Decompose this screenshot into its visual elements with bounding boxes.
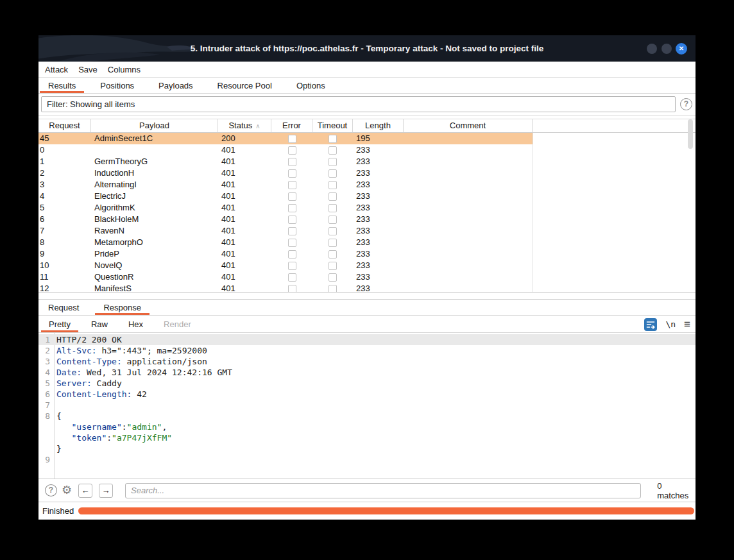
syntax-segment: Wed, 31 Jul 2024 12:42:16 GMT xyxy=(81,368,232,377)
line-number: 7 xyxy=(38,400,54,411)
timeout-checkbox[interactable] xyxy=(329,158,337,166)
panel-splitter[interactable] xyxy=(38,292,696,300)
column-header-payload[interactable]: Payload xyxy=(91,119,218,132)
table-row[interactable]: 5AlgorithmK401233 xyxy=(38,202,696,214)
error-checkbox[interactable] xyxy=(288,146,296,155)
cell-timeout xyxy=(312,225,353,237)
cell-timeout xyxy=(312,191,353,202)
cell-length: 233 xyxy=(353,260,404,271)
cell-length: 233 xyxy=(353,248,404,260)
tab-pretty[interactable]: Pretty xyxy=(41,316,78,332)
error-checkbox[interactable] xyxy=(288,239,296,247)
column-header-comment[interactable]: Comment xyxy=(404,119,533,132)
menu-item-columns[interactable]: Columns xyxy=(108,65,141,74)
error-checkbox[interactable] xyxy=(288,250,296,259)
tab-request[interactable]: Request xyxy=(40,300,87,315)
line-content: "username":"admin", xyxy=(54,421,696,432)
timeout-checkbox[interactable] xyxy=(329,181,337,189)
syntax-segment: Server: xyxy=(56,378,92,388)
editor-line: "username":"admin", xyxy=(38,421,696,432)
column-header-request[interactable]: Request xyxy=(38,119,91,132)
table-scrollbar-thumb[interactable] xyxy=(688,119,693,149)
cell-comment xyxy=(404,133,533,144)
cell-length: 233 xyxy=(353,214,404,225)
table-row[interactable]: 9PrideP401233 xyxy=(38,248,696,260)
cell-payload: ElectricJ xyxy=(91,191,218,202)
timeout-checkbox[interactable] xyxy=(329,285,337,293)
cell-timeout xyxy=(312,144,353,156)
cell-payload: GermTheoryG xyxy=(91,156,218,167)
error-checkbox[interactable] xyxy=(288,158,296,166)
table-row[interactable]: 45AdminSecret1C200195 xyxy=(38,133,696,144)
tab-render[interactable]: Render xyxy=(156,316,199,332)
table-row[interactable]: 4ElectricJ401233 xyxy=(38,191,696,202)
previous-match-button[interactable]: ← xyxy=(78,484,92,498)
error-checkbox[interactable] xyxy=(288,135,296,143)
cell-request: 10 xyxy=(38,260,91,271)
tab-hex[interactable]: Hex xyxy=(121,316,151,332)
table-row[interactable]: 8MetamorphO401233 xyxy=(38,237,696,248)
tab-results[interactable]: Results xyxy=(40,78,84,93)
error-checkbox[interactable] xyxy=(288,227,296,235)
error-checkbox[interactable] xyxy=(288,181,296,189)
table-row[interactable]: 11QuestionR401233 xyxy=(38,271,696,283)
tab-payloads[interactable]: Payloads xyxy=(150,78,201,93)
tab-positions[interactable]: Positions xyxy=(92,78,142,93)
table-row[interactable]: 2InductionH401233 xyxy=(38,167,696,179)
next-match-button[interactable]: → xyxy=(99,484,113,498)
timeout-checkbox[interactable] xyxy=(329,135,337,143)
error-checkbox[interactable] xyxy=(288,273,296,282)
attack-progress-bar xyxy=(78,507,694,514)
table-row[interactable]: 6BlackHoleM401233 xyxy=(38,214,696,225)
search-help-icon[interactable]: ? xyxy=(45,484,57,496)
column-header-length[interactable]: Length xyxy=(353,119,404,132)
line-content: Content-Length: 42 xyxy=(54,389,696,400)
search-settings-icon[interactable]: ⚙ xyxy=(62,484,72,496)
timeout-checkbox[interactable] xyxy=(329,250,337,259)
error-checkbox[interactable] xyxy=(288,192,296,201)
column-header-error[interactable]: Error xyxy=(271,119,312,132)
tab-resource-pool[interactable]: Resource Pool xyxy=(209,78,280,93)
timeout-checkbox[interactable] xyxy=(329,262,337,270)
search-input[interactable] xyxy=(125,483,641,498)
timeout-checkbox[interactable] xyxy=(329,192,337,201)
column-header-timeout[interactable]: Timeout xyxy=(312,119,353,132)
error-checkbox[interactable] xyxy=(288,285,296,293)
editor-line: 7 xyxy=(38,400,696,411)
timeout-checkbox[interactable] xyxy=(329,273,337,282)
table-row[interactable]: 3AlternatingI401233 xyxy=(38,179,696,191)
table-row[interactable]: 0401233 xyxy=(38,144,696,156)
pretty-print-icon[interactable] xyxy=(644,318,657,331)
timeout-checkbox[interactable] xyxy=(329,169,337,178)
editor-menu-icon[interactable]: ≡ xyxy=(684,318,690,331)
tab-options[interactable]: Options xyxy=(288,78,334,93)
timeout-checkbox[interactable] xyxy=(329,227,337,235)
maximize-button[interactable] xyxy=(661,44,672,54)
error-checkbox[interactable] xyxy=(288,169,296,178)
table-row[interactable]: 10NovelQ401233 xyxy=(38,260,696,271)
filter-help-icon[interactable]: ? xyxy=(680,98,692,110)
column-header-status[interactable]: Status∧ xyxy=(218,119,271,132)
timeout-checkbox[interactable] xyxy=(329,216,337,224)
menu-item-save[interactable]: Save xyxy=(78,65,98,74)
table-row[interactable]: 7RavenN401233 xyxy=(38,225,696,237)
syntax-segment: , xyxy=(162,422,167,432)
close-button[interactable]: ✕ xyxy=(676,43,687,55)
timeout-checkbox[interactable] xyxy=(329,204,337,212)
menu-item-attack[interactable]: Attack xyxy=(45,65,68,74)
cell-error xyxy=(271,283,312,292)
error-checkbox[interactable] xyxy=(288,216,296,224)
tab-raw[interactable]: Raw xyxy=(83,316,115,332)
minimize-button[interactable] xyxy=(647,44,657,54)
filter-bar[interactable]: Filter: Showing all items xyxy=(41,96,676,112)
table-row[interactable]: 12ManifestS401233 xyxy=(38,283,696,292)
cell-request: 4 xyxy=(38,191,91,202)
table-row[interactable]: 1GermTheoryG401233 xyxy=(38,156,696,167)
show-newlines-icon[interactable]: \n xyxy=(665,319,676,329)
error-checkbox[interactable] xyxy=(288,262,296,270)
error-checkbox[interactable] xyxy=(288,204,296,212)
timeout-checkbox[interactable] xyxy=(329,239,337,247)
timeout-checkbox[interactable] xyxy=(329,146,337,155)
response-editor[interactable]: 1HTTP/2 200 OK2Alt-Svc: h3=":443"; ma=25… xyxy=(38,333,696,479)
tab-response[interactable]: Response xyxy=(95,300,149,315)
